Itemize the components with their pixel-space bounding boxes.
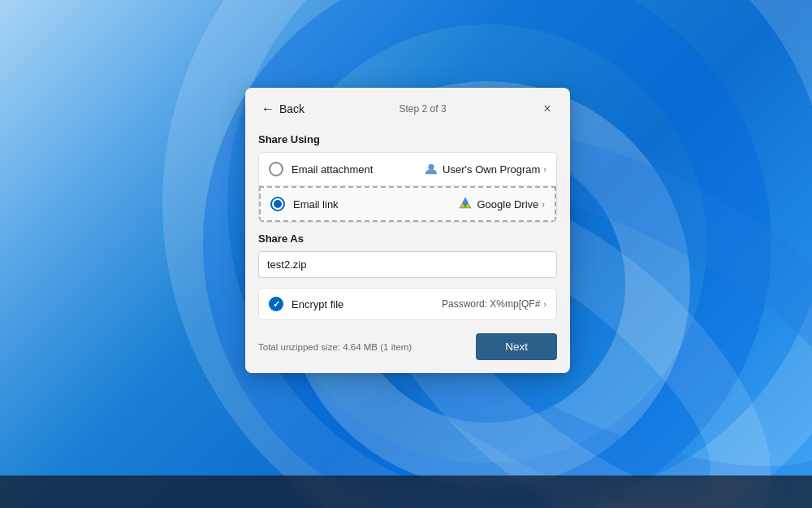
share-using-title: Share Using: [258, 133, 557, 145]
encrypt-chevron: ›: [543, 299, 546, 309]
step-label: Step 2 of 3: [400, 103, 447, 115]
filename-input[interactable]: [258, 251, 557, 278]
email-link-radio: [270, 197, 285, 211]
back-button[interactable]: ← Back: [258, 100, 308, 118]
google-drive-label: Google Drive: [477, 198, 538, 211]
email-attachment-label: Email attachment: [292, 163, 373, 176]
encrypt-right: Password: X%mp[QF# ›: [442, 298, 546, 310]
check-mark-icon: ✓: [273, 300, 280, 309]
back-arrow-icon: ←: [261, 102, 274, 116]
encrypt-file-row[interactable]: ✓ Encrypt file Password: X%mp[QF# ›: [258, 288, 557, 320]
users-own-program-right: User's Own Program ›: [423, 161, 546, 177]
encrypt-left: ✓ Encrypt file: [269, 297, 343, 311]
google-drive-icon: [457, 196, 473, 212]
users-own-program-chevron: ›: [543, 164, 546, 174]
dialog-header: ← Back Step 2 of 3 ×: [245, 88, 570, 119]
share-dialog: ← Back Step 2 of 3 × Share Using Email a…: [245, 88, 570, 373]
share-as-section: Share As: [258, 232, 557, 278]
google-drive-right: Google Drive ›: [457, 196, 545, 212]
close-button[interactable]: ×: [538, 99, 557, 119]
close-icon: ×: [543, 102, 551, 116]
encrypt-checkbox: ✓: [269, 297, 283, 311]
email-attachment-radio: [269, 162, 283, 176]
email-attachment-option[interactable]: Email attachment User's Own Program ›: [259, 153, 556, 186]
password-label: Password: X%mp[QF#: [442, 298, 540, 310]
back-label: Back: [279, 102, 304, 115]
taskbar: [0, 475, 812, 508]
email-link-option[interactable]: Email link: [259, 186, 556, 222]
next-button[interactable]: Next: [476, 333, 557, 360]
svg-point-0: [428, 164, 434, 170]
email-attachment-left: Email attachment: [269, 162, 373, 176]
dialog-body: Share Using Email attachment User: [245, 119, 570, 373]
share-as-title: Share As: [258, 232, 557, 245]
google-drive-chevron: ›: [542, 199, 545, 209]
footer-info: Total unzipped size: 4.64 MB (1 item): [258, 342, 412, 352]
dialog-footer: Total unzipped size: 4.64 MB (1 item) Ne…: [258, 332, 557, 360]
radio-inner-dot: [274, 200, 282, 208]
email-link-left: Email link: [270, 197, 339, 211]
share-options-container: Email attachment User's Own Program ›: [258, 152, 557, 223]
encrypt-label: Encrypt file: [292, 298, 343, 310]
email-link-label: Email link: [293, 198, 339, 211]
person-icon: [423, 161, 439, 177]
users-own-program-label: User's Own Program: [443, 163, 540, 176]
